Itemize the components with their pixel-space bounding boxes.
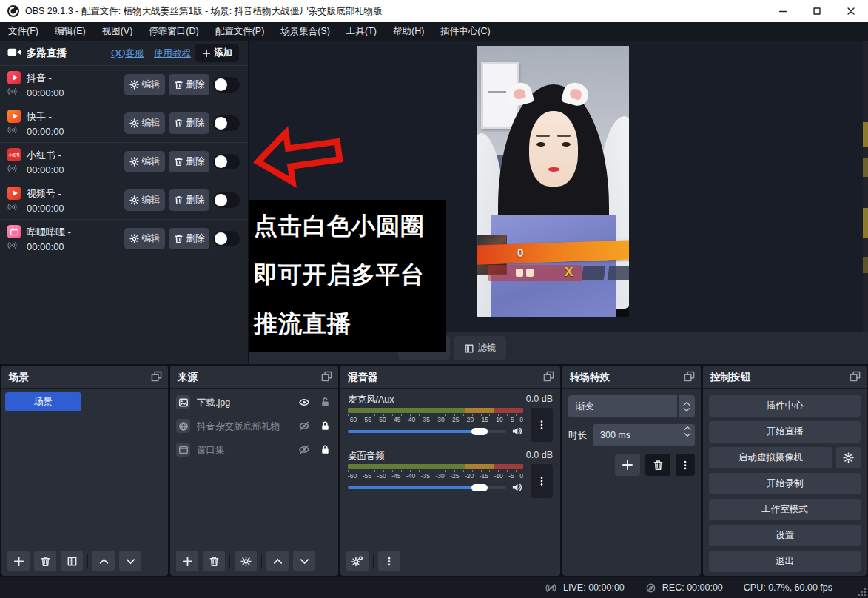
chevron-up-icon (98, 556, 110, 567)
platform-name: 快手 - (27, 110, 52, 124)
menu-plugin-center[interactable]: 插件中心(C) (432, 22, 498, 41)
add-platform-button[interactable]: 添加 (195, 44, 239, 62)
mixer-menu-button[interactable] (378, 551, 400, 571)
popup-dock-icon[interactable] (321, 371, 332, 382)
preview-area[interactable]: 0 X 滤镜 (249, 41, 868, 364)
minimize-button[interactable] (766, 0, 800, 22)
plugin-center-button[interactable]: 插件中心 (709, 395, 861, 417)
transition-menu-button[interactable] (676, 454, 695, 476)
edit-button[interactable]: 编辑 (124, 228, 165, 249)
delete-button[interactable]: 删除 (169, 74, 209, 95)
edit-button[interactable]: 编辑 (124, 189, 165, 211)
visibility-eye-off-icon[interactable] (298, 420, 310, 431)
move-source-up-button[interactable] (266, 551, 289, 571)
close-button[interactable] (834, 0, 868, 22)
virtual-camera-config-button[interactable] (836, 447, 861, 468)
remove-transition-button[interactable] (645, 454, 670, 476)
start-streaming-button[interactable]: 开始直播 (709, 421, 861, 443)
transition-select[interactable]: 渐变 (568, 395, 677, 417)
remove-source-button[interactable] (203, 551, 225, 571)
edit-button[interactable]: 编辑 (124, 74, 165, 95)
remove-scene-button[interactable] (34, 551, 56, 571)
chevron-down-icon[interactable] (684, 432, 691, 437)
resize-grip[interactable] (858, 588, 866, 596)
stream-time: 00:00:00 (27, 203, 64, 214)
scene-item-selected[interactable]: 场景 (5, 392, 81, 411)
channel-menu-button[interactable] (531, 408, 553, 442)
unlock-icon[interactable] (320, 397, 331, 408)
delete-button[interactable]: 删除 (169, 151, 209, 172)
trash-icon (653, 460, 664, 471)
move-source-down-button[interactable] (293, 551, 315, 571)
transition-select-arrows[interactable] (679, 395, 695, 417)
add-scene-button[interactable] (7, 551, 30, 571)
menu-edit[interactable]: 编辑(E) (47, 22, 94, 41)
move-scene-down-button[interactable] (119, 551, 141, 571)
popup-dock-icon[interactable] (684, 371, 695, 382)
menu-view[interactable]: 视图(V) (94, 22, 141, 41)
qq-support-link[interactable]: QQ客服 (111, 47, 144, 60)
menu-tools[interactable]: 工具(T) (338, 22, 385, 41)
menu-bar: 文件(F) 编辑(E) 视图(V) 停靠窗口(D) 配置文件(P) 场景集合(S… (0, 22, 868, 41)
stream-time: 00:00:00 (27, 241, 64, 252)
edit-button[interactable]: 编辑 (124, 112, 165, 134)
add-source-button[interactable] (176, 551, 198, 571)
delete-button[interactable]: 删除 (169, 228, 209, 249)
source-row-browser[interactable]: 抖音杂交版底部礼物 (170, 416, 338, 437)
sources-title: 来源 (178, 371, 198, 384)
stream-toggle[interactable] (213, 77, 240, 93)
volume-slider[interactable] (348, 486, 506, 489)
stream-toggle[interactable] (213, 231, 240, 246)
lock-icon[interactable] (320, 420, 331, 431)
menu-help[interactable]: 帮助(H) (385, 22, 432, 41)
stream-toggle[interactable] (213, 115, 240, 131)
source-properties-button[interactable] (235, 551, 257, 571)
menu-docks[interactable]: 停靠窗口(D) (141, 22, 206, 41)
popup-dock-icon[interactable] (151, 371, 162, 382)
speaker-icon[interactable] (511, 482, 523, 493)
volume-slider[interactable] (348, 430, 506, 433)
maximize-button[interactable] (800, 0, 834, 22)
mixer-title: 混音器 (348, 371, 378, 384)
menu-scene-collection[interactable]: 场景集合(S) (272, 22, 338, 41)
visibility-eye-off-icon[interactable] (298, 444, 310, 455)
filter-icon (464, 343, 474, 354)
move-scene-up-button[interactable] (92, 551, 115, 571)
delete-button[interactable]: 删除 (169, 189, 209, 211)
gear-icon (129, 195, 139, 205)
filters-button[interactable]: 滤镜 (454, 336, 506, 360)
mixer-advanced-button[interactable] (346, 551, 369, 571)
visibility-eye-icon[interactable] (298, 397, 310, 408)
speaker-icon[interactable] (511, 426, 523, 437)
stream-toggle[interactable] (213, 154, 240, 169)
studio-mode-button[interactable]: 工作室模式 (709, 499, 861, 520)
popup-dock-icon[interactable] (850, 371, 861, 382)
scene-filters-button[interactable] (61, 551, 83, 571)
stream-toggle[interactable] (213, 192, 240, 208)
menu-file[interactable]: 文件(F) (0, 22, 47, 41)
dots-vertical-icon (384, 556, 394, 567)
image-source-icon (176, 395, 190, 409)
duration-input[interactable]: 300 ms (593, 424, 695, 446)
chevron-up-icon[interactable] (684, 426, 691, 431)
edit-button[interactable]: 编辑 (124, 151, 165, 172)
tutorial-link[interactable]: 使用教程 (154, 47, 191, 60)
slider-handle[interactable] (471, 484, 488, 491)
settings-button[interactable]: 设置 (709, 525, 861, 546)
popup-dock-icon[interactable] (543, 371, 554, 382)
obs-logo-icon (7, 5, 19, 17)
start-virtual-camera-button[interactable]: 启动虚拟摄像机 (709, 447, 832, 468)
platform-name: 视频号 - (27, 187, 61, 201)
menu-profile[interactable]: 配置文件(P) (207, 22, 273, 41)
start-recording-button[interactable]: 开始录制 (709, 473, 861, 494)
source-row-image[interactable]: 下载.jpg (170, 392, 338, 413)
source-row-window[interactable]: 窗口集 (170, 440, 338, 460)
docks-area: 场景 场景 来源 下载.jpg (0, 364, 868, 577)
delete-button[interactable]: 删除 (169, 112, 209, 134)
lock-icon[interactable] (320, 444, 331, 455)
slider-handle[interactable] (471, 428, 488, 435)
exit-button[interactable]: 退出 (709, 551, 861, 572)
channel-menu-button[interactable] (531, 464, 553, 498)
sources-panel: 来源 下载.jpg 抖音杂交版底部礼物 窗口集 (170, 366, 338, 576)
add-transition-button[interactable] (615, 454, 640, 476)
